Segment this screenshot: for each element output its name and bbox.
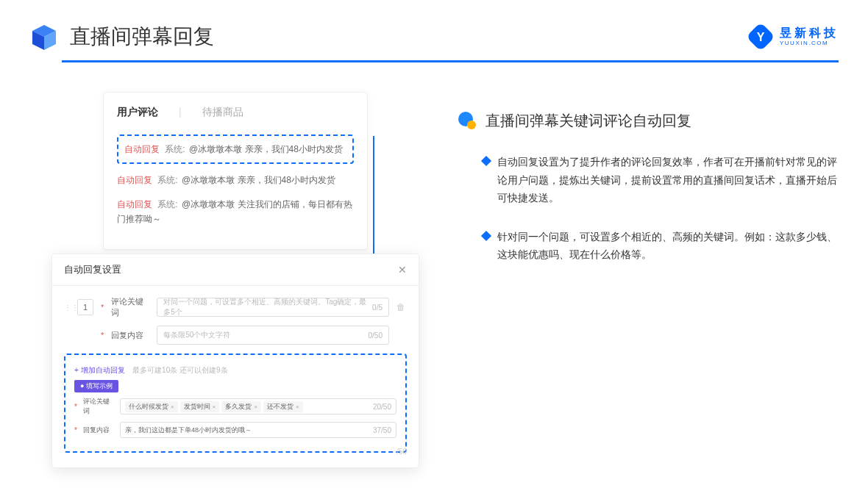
ghost-counter: /50 — [396, 448, 407, 456]
tab-pending-goods[interactable]: 待播商品 — [202, 106, 243, 123]
tag-chip[interactable]: 什么时候发货× — [125, 401, 178, 412]
ex-kw-counter: 20/50 — [373, 403, 391, 411]
cube-icon — [29, 22, 59, 51]
keyword-label: 评论关键词 — [111, 296, 149, 318]
content-counter: 0/50 — [369, 331, 383, 340]
keyword-input[interactable]: 对同一个问题，可设置多个相近、高频的关键词。Tag确定，最多5个 0/5 — [157, 298, 389, 317]
keyword-counter: 0/5 — [372, 304, 383, 312]
content-placeholder: 每条限50个中文字符 — [163, 330, 230, 340]
drag-handle-icon[interactable]: ⋮⋮ — [64, 304, 70, 312]
auto-reply-label: 自动回复 — [124, 144, 160, 154]
comments-card: 用户评论 | 待播商品 自动回复 系统: @冰墩墩本墩 亲亲，我们48小时内发货… — [103, 92, 368, 250]
right-column: 直播间弹幕关键词评论自动回复 自动回复设置为了提升作者的评论回复效率，作者可在开… — [456, 92, 839, 284]
add-hint: 最多可建10条 还可以创建9条 — [132, 366, 227, 374]
highlighted-comment: 自动回复 系统: @冰墩墩本墩 亲亲，我们48小时内发货 — [117, 134, 354, 164]
system-label: 系统: — [165, 144, 185, 154]
tag-remove-icon[interactable]: × — [213, 403, 216, 410]
required-star: * — [101, 303, 104, 312]
sub-heading: 直播间弹幕关键词评论自动回复 — [485, 111, 691, 131]
bullet-item: 自动回复设置为了提升作者的评论回复效率，作者可在开播前针对常见的评论用户问题，提… — [456, 153, 839, 207]
example-block: + 增加自动回复 最多可建10条 还可以创建9条 ● 填写示例 * 评论关键词 … — [64, 354, 407, 453]
ex-keyword-input[interactable]: 什么时候发货× 发货时间× 多久发货× 还不发货× 20/50 — [120, 398, 396, 415]
page-header: 直播间弹幕回复 Y 昱新科技 YUUXIN.COM — [0, 0, 868, 51]
tag-chip[interactable]: 还不发货× — [263, 401, 303, 412]
auto-reply-label: 自动回复 — [117, 175, 152, 185]
ex-content-text: 亲，我们这边都是下单48小时内发货的哦～ — [125, 426, 252, 435]
tab-user-comments[interactable]: 用户评论 — [117, 106, 158, 123]
keyword-placeholder: 对同一个问题，可设置多个相近、高频的关键词。Tag确定，最多5个 — [163, 297, 372, 317]
settings-title: 自动回复设置 — [64, 263, 121, 276]
add-auto-reply-link[interactable]: + 增加自动回复 — [74, 366, 125, 374]
ex-content-input[interactable]: 亲，我们这边都是下单48小时内发货的哦～ 37/50 — [120, 422, 396, 438]
tag-chip[interactable]: 发货时间× — [180, 401, 220, 412]
required-star: * — [74, 426, 77, 434]
tag-remove-icon[interactable]: × — [296, 403, 299, 410]
bubble-icon — [456, 110, 477, 131]
order-number: 1 — [77, 299, 93, 315]
comment-item: 自动回复 系统: @冰墩墩本墩 亲亲，我们48小时内发货 — [117, 173, 354, 187]
ex-content-label: 回复内容 — [83, 426, 114, 435]
logo-cn: 昱新科技 — [780, 27, 839, 39]
tag-remove-icon[interactable]: × — [171, 403, 174, 410]
trash-icon[interactable]: 🗑 — [396, 302, 407, 312]
content-input[interactable]: 每条限50个中文字符 0/50 — [157, 326, 389, 345]
required-star: * — [74, 403, 77, 411]
diamond-icon — [481, 230, 491, 240]
page-title: 直播间弹幕回复 — [70, 23, 214, 51]
tag-chip[interactable]: 多久发货× — [221, 401, 261, 412]
close-icon[interactable]: ✕ — [398, 264, 407, 276]
logo-en: YUUXIN.COM — [780, 40, 839, 46]
svg-point-6 — [467, 121, 476, 129]
sub-heading-row: 直播间弹幕关键词评论自动回复 — [456, 110, 839, 131]
required-star: * — [101, 331, 104, 340]
bullet-text: 针对同一个问题，可设置多个相近的、高频的关键词。例如：这款多少钱、这块能优惠吗、… — [497, 228, 839, 264]
comment-item: 自动回复 系统: @冰墩墩本墩 亲亲，我们48小时内发货 — [124, 142, 346, 157]
example-badge: ● 填写示例 — [74, 380, 118, 392]
bullet-item: 针对同一个问题，可设置多个相近的、高频的关键词。例如：这款多少钱、这块能优惠吗、… — [456, 228, 839, 264]
comment-text: @冰墩墩本墩 亲亲，我们48小时内发货 — [189, 144, 343, 154]
system-label: 系统: — [157, 199, 177, 209]
left-column: 用户评论 | 待播商品 自动回复 系统: @冰墩墩本墩 亲亲，我们48小时内发货… — [51, 92, 419, 284]
example-keyword-row: * 评论关键词 什么时候发货× 发货时间× 多久发货× 还不发货× 20/50 — [74, 397, 396, 416]
settings-header: 自动回复设置 ✕ — [52, 254, 419, 286]
header-left: 直播间弹幕回复 — [29, 22, 214, 51]
settings-card: 自动回复设置 ✕ ⋮⋮ 1 * 评论关键词 对同一个问题，可设置多个相近、高频的… — [51, 254, 419, 468]
form-row-content: * 回复内容 每条限50个中文字符 0/50 — [64, 326, 407, 345]
logo-text: 昱新科技 YUUXIN.COM — [780, 27, 839, 46]
content-label: 回复内容 — [111, 330, 149, 341]
diamond-icon — [481, 156, 491, 166]
comment-item: 自动回复 系统: @冰墩墩本墩 关注我们的店铺，每日都有热门推荐呦～ — [117, 197, 354, 227]
ex-keyword-label: 评论关键词 — [83, 397, 114, 416]
bullet-text: 自动回复设置为了提升作者的评论回复效率，作者可在开播前针对常见的评论用户问题，提… — [497, 153, 839, 207]
example-content-row: * 回复内容 亲，我们这边都是下单48小时内发货的哦～ 37/50 — [74, 422, 396, 438]
tag-remove-icon[interactable]: × — [254, 403, 257, 410]
tabs: 用户评论 | 待播商品 — [117, 106, 354, 124]
brand-logo: Y 昱新科技 YUUXIN.COM — [747, 24, 839, 50]
auto-reply-label: 自动回复 — [117, 199, 152, 209]
svg-text:Y: Y — [757, 31, 765, 43]
logo-mark-icon: Y — [747, 24, 774, 50]
content: 用户评论 | 待播商品 自动回复 系统: @冰墩墩本墩 亲亲，我们48小时内发货… — [0, 62, 868, 284]
ex-content-counter: 37/50 — [373, 426, 391, 434]
comment-text: @冰墩墩本墩 亲亲，我们48小时内发货 — [182, 175, 335, 185]
settings-body: ⋮⋮ 1 * 评论关键词 对同一个问题，可设置多个相近、高频的关键词。Tag确定… — [52, 286, 419, 467]
add-row: + 增加自动回复 最多可建10条 还可以创建9条 — [74, 362, 396, 376]
tab-separator: | — [179, 106, 182, 123]
form-row-keyword: ⋮⋮ 1 * 评论关键词 对同一个问题，可设置多个相近、高频的关键词。Tag确定… — [64, 296, 407, 318]
system-label: 系统: — [157, 175, 177, 185]
